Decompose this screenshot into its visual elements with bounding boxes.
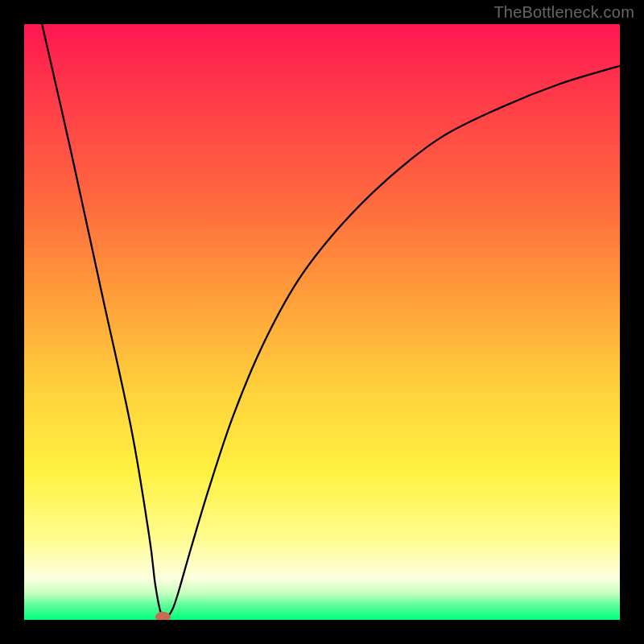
chart-frame: TheBottleneck.com: [0, 0, 644, 644]
optimum-marker: [155, 612, 170, 620]
bottleneck-curve: [42, 24, 620, 617]
curve-layer: [24, 24, 620, 620]
plot-area: [24, 24, 620, 620]
watermark-text: TheBottleneck.com: [493, 3, 634, 22]
